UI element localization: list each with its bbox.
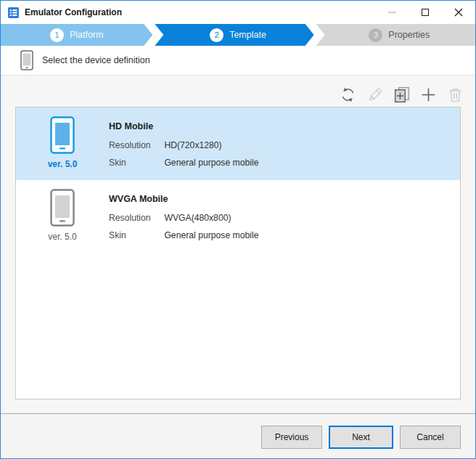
next-button[interactable]: Next bbox=[329, 426, 393, 449]
step-label: Platform bbox=[70, 30, 104, 40]
spec-label: Resolution bbox=[109, 139, 162, 151]
close-button[interactable] bbox=[442, 1, 475, 24]
page-header: Select the device definition bbox=[1, 46, 475, 76]
device-details: HD Mobile Resolution HD(720x1280) Skin G… bbox=[109, 107, 258, 180]
step-number-badge: 1 bbox=[50, 28, 64, 42]
phone-icon bbox=[50, 116, 75, 154]
spec-label: Resolution bbox=[109, 212, 162, 224]
step-label: Template bbox=[229, 30, 266, 40]
template-item-hd-mobile[interactable]: ver. 5.0 HD Mobile Resolution HD(720x128… bbox=[16, 107, 460, 180]
clone-icon bbox=[393, 86, 411, 104]
spec-value: HD(720x1280) bbox=[164, 140, 221, 150]
device-toolbar bbox=[338, 81, 465, 107]
dialog-footer: Previous Next Cancel bbox=[1, 413, 475, 458]
version-label: ver. 5.0 bbox=[48, 232, 76, 242]
spec-label: Skin bbox=[109, 157, 162, 168]
step-label: Properties bbox=[388, 30, 430, 40]
minimize-button bbox=[375, 1, 409, 24]
step-number-badge: 3 bbox=[369, 28, 382, 42]
device-preview-column: ver. 5.0 bbox=[16, 180, 109, 253]
caption-buttons bbox=[375, 1, 475, 24]
version-label: ver. 5.0 bbox=[48, 159, 78, 169]
emulator-configuration-dialog: Emulator Configuration 1 Platform 2 Temp… bbox=[0, 0, 476, 459]
template-name: HD Mobile bbox=[109, 121, 258, 131]
window-title: Emulator Configuration bbox=[25, 7, 122, 17]
plus-icon bbox=[419, 86, 438, 104]
step-number-badge: 2 bbox=[210, 28, 223, 42]
template-name: WVGA Mobile bbox=[109, 194, 258, 204]
wizard-step-template[interactable]: 2 Template bbox=[155, 24, 313, 46]
spec-value: General purpose mobile bbox=[164, 230, 258, 240]
delete-button bbox=[446, 85, 465, 105]
minimize-icon bbox=[388, 12, 396, 13]
template-item-wvga-mobile[interactable]: ver. 5.0 WVGA Mobile Resolution WVGA(480… bbox=[16, 180, 460, 253]
close-icon bbox=[454, 8, 463, 17]
cancel-button[interactable]: Cancel bbox=[400, 426, 461, 449]
device-template-list: ver. 5.0 HD Mobile Resolution HD(720x128… bbox=[15, 107, 461, 399]
phone-icon bbox=[50, 189, 75, 227]
maximize-button[interactable] bbox=[409, 1, 442, 24]
device-preview-column: ver. 5.0 bbox=[16, 107, 109, 180]
refresh-button[interactable] bbox=[338, 85, 358, 105]
spec-label: Skin bbox=[109, 230, 162, 241]
spec-row: Resolution HD(720x1280) bbox=[109, 139, 258, 151]
title-bar: Emulator Configuration bbox=[1, 1, 475, 24]
wizard-step-properties: 3 Properties bbox=[316, 24, 475, 46]
previous-button[interactable]: Previous bbox=[261, 426, 322, 449]
instruction-text: Select the device definition bbox=[42, 55, 150, 65]
device-icon bbox=[20, 50, 33, 70]
refresh-icon bbox=[339, 86, 357, 104]
clone-button[interactable] bbox=[392, 85, 411, 105]
edit-button bbox=[365, 85, 385, 105]
wizard-step-platform[interactable]: 1 Platform bbox=[1, 24, 152, 46]
spec-row: Skin General purpose mobile bbox=[109, 157, 258, 168]
pencil-icon bbox=[366, 86, 384, 104]
add-button[interactable] bbox=[419, 85, 438, 105]
spec-value: General purpose mobile bbox=[164, 158, 258, 168]
spec-row: Resolution WVGA(480x800) bbox=[109, 212, 258, 224]
spec-row: Skin General purpose mobile bbox=[109, 230, 258, 241]
wizard-breadcrumb: 1 Platform 2 Template 3 Properties bbox=[1, 24, 475, 46]
maximize-icon bbox=[422, 9, 429, 16]
device-details: WVGA Mobile Resolution WVGA(480x800) Ski… bbox=[109, 180, 258, 253]
spec-value: WVGA(480x800) bbox=[164, 213, 231, 223]
content-area: ver. 5.0 HD Mobile Resolution HD(720x128… bbox=[1, 76, 475, 413]
trash-icon bbox=[446, 86, 464, 104]
app-icon bbox=[8, 7, 19, 18]
